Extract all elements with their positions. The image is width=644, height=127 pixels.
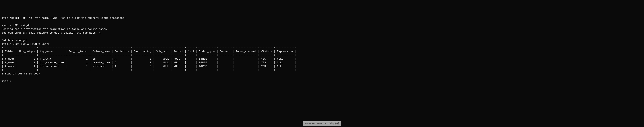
database-changed: Database changed: [2, 39, 27, 42]
reading-table-info-1: Reading table information for completion…: [2, 28, 107, 31]
result-summary: 3 rows in set (0.00 sec): [2, 72, 40, 75]
table-border-top: +--------+------------+-----------------…: [2, 46, 296, 49]
table-border-bottom: +--------+------------+-----------------…: [2, 69, 296, 72]
reading-table-info-2: You can turn off this feature to get a q…: [2, 32, 100, 34]
table-header-row: | Table | Non_unique | Key_name | Seq_in…: [2, 50, 296, 53]
command-show-index: SHOW INDEX FROM t_user;: [13, 43, 50, 46]
mysql-prompt: mysql>: [2, 80, 13, 83]
command-use-db: USE test_db;: [13, 24, 32, 27]
terminal-output[interactable]: Type 'help;' or '\h' for help. Type '\c'…: [2, 16, 642, 83]
mysql-prompt: mysql>: [2, 43, 13, 46]
table-row: | t_user | 0 | PRIMARY | 1 | id | A | 0 …: [2, 58, 296, 60]
table-row: | t_user | 1 | idx_create_time | 1 | cre…: [2, 61, 296, 64]
table-border-mid: +--------+------------+-----------------…: [2, 54, 296, 57]
mysql-prompt: mysql>: [2, 24, 13, 27]
help-text: Type 'help;' or '\h' for help. Type '\c'…: [2, 17, 126, 20]
table-row: | t_user | 1 | idx_username | 1 | userna…: [2, 65, 296, 68]
